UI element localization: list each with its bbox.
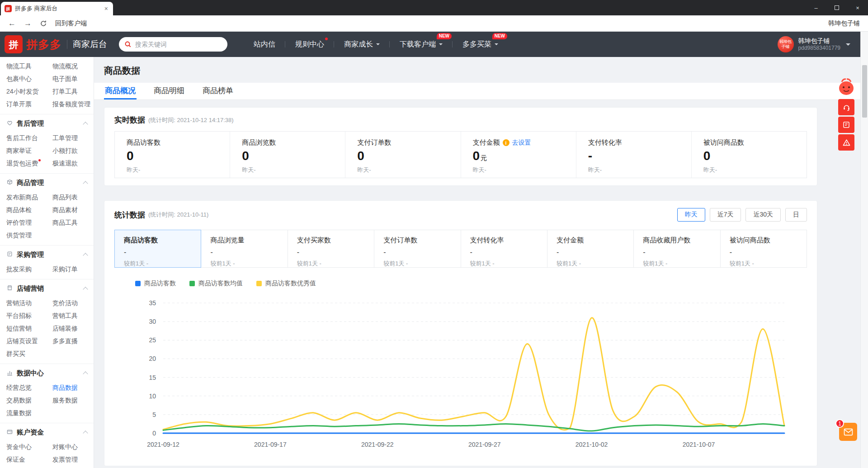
stat-cell[interactable]: 支付买家数-较前1天 - — [288, 230, 374, 268]
refresh-icon[interactable] — [40, 20, 47, 27]
sidebar-item[interactable]: 平台招标 — [6, 309, 52, 322]
sidebar-group-header[interactable]: 售后管理 — [0, 115, 94, 132]
legend-label: 商品访客数均值 — [198, 279, 243, 288]
sidebar-item[interactable]: 工单管理 — [52, 132, 94, 144]
sidebar-group-header[interactable]: 账户资金 — [0, 424, 94, 440]
sidebar-item[interactable]: 供货管理 — [6, 229, 52, 241]
sidebar-item[interactable]: 商家举证 — [6, 144, 52, 157]
sidebar-item[interactable]: 电子面单 — [52, 72, 94, 85]
period-button[interactable]: 近30天 — [745, 208, 781, 222]
sidebar-item[interactable]: 批发采购 — [6, 263, 52, 275]
legend-item[interactable]: 商品访客数 — [135, 279, 176, 288]
sidebar-item[interactable]: 店铺装修 — [52, 322, 94, 335]
navbar-menu-label: 下载客户端 — [400, 40, 436, 49]
search-input[interactable] — [135, 41, 222, 48]
info-icon[interactable]: i — [503, 139, 509, 146]
sidebar-item[interactable]: 发票管理 — [52, 453, 94, 466]
scrollbar-thumb[interactable] — [862, 65, 867, 118]
close-button[interactable]: × — [847, 0, 868, 15]
search-box[interactable] — [119, 37, 227, 52]
tab-close-icon[interactable]: × — [103, 5, 109, 12]
user-menu[interactable]: 韩坤包子铺 韩坤包子铺 pdd98583401779 — [778, 36, 850, 52]
sidebar-item[interactable]: 流量数据 — [6, 407, 52, 419]
support-button[interactable] — [838, 99, 854, 115]
sidebar-item[interactable]: 报备额度管理 — [52, 98, 94, 110]
stat-cell[interactable]: 商品收藏用户数-较前1天 - — [633, 230, 720, 268]
period-button[interactable]: 近7天 — [710, 208, 741, 222]
period-switcher: 昨天近7天近30天日 — [677, 208, 807, 222]
sidebar-item[interactable]: 短信营销 — [6, 322, 52, 335]
stat-cell[interactable]: 商品访客数-较前1天 - — [114, 230, 201, 268]
stat-cell[interactable]: 商品浏览量-较前1天 - — [201, 230, 288, 268]
sidebar-item[interactable]: 发布新商品 — [6, 191, 52, 203]
vertical-scrollbar[interactable] — [860, 32, 868, 468]
sidebar-item[interactable]: 订单开票 — [6, 98, 52, 110]
navbar-menu-item[interactable]: 多多买菜NEW — [453, 32, 508, 57]
settings-link[interactable]: 去设置 — [512, 139, 531, 147]
sidebar-item[interactable]: 营销活动 — [6, 297, 52, 309]
sidebar-item[interactable]: 商品体检 — [6, 203, 52, 216]
sidebar-group-header[interactable]: 采购管理 — [0, 246, 94, 263]
sidebar-item[interactable]: 物流概况 — [52, 60, 94, 72]
mascot-icon[interactable] — [836, 78, 856, 96]
sidebar-item[interactable]: 打单工具 — [52, 85, 94, 98]
forward-icon[interactable]: → — [24, 19, 32, 27]
sidebar-item[interactable]: 商品数据 — [52, 381, 94, 394]
sidebar-item[interactable]: 包裹中心 — [6, 72, 52, 85]
back-to-client-link[interactable]: 回到客户端 — [55, 19, 87, 28]
user-account-id: pdd98583401779 — [798, 45, 840, 52]
sidebar-item[interactable]: 对账中心 — [52, 440, 94, 453]
period-button[interactable]: 昨天 — [677, 208, 705, 222]
period-button[interactable]: 日 — [785, 208, 807, 222]
sidebar-group-header[interactable]: 商品管理 — [0, 175, 94, 191]
legend-item[interactable]: 商品访客数优秀值 — [256, 279, 316, 288]
sidebar-item[interactable]: 评价管理 — [6, 216, 52, 229]
sidebar-item[interactable]: 商品工具 — [52, 216, 94, 229]
stat-cell[interactable]: 支付金额-较前1天 - — [547, 230, 634, 268]
sidebar-item[interactable]: 极速退款 — [52, 157, 94, 170]
sidebar-item[interactable]: 多多直播 — [52, 335, 94, 347]
sidebar-group-header[interactable]: 数据中心 — [0, 365, 94, 381]
stat-cell-compare: 较前1天 - — [297, 260, 374, 268]
browser-tab[interactable]: 拼 拼多多 商家后台 × — [1, 2, 113, 15]
report-button[interactable] — [838, 134, 854, 151]
sidebar-item[interactable]: 服务数据 — [52, 394, 94, 407]
sidebar-item[interactable]: 售后工作台 — [6, 132, 52, 144]
sidebar-item[interactable]: 竞价活动 — [52, 297, 94, 309]
svg-text:20: 20 — [149, 355, 156, 362]
sidebar-item[interactable]: 小额打款 — [52, 144, 94, 157]
back-icon[interactable]: ← — [8, 19, 16, 27]
sidebar-item[interactable]: 商品素材 — [52, 203, 94, 216]
page-tab[interactable]: 商品明细 — [153, 83, 185, 99]
stat-cell[interactable]: 支付转化率-较前1天 - — [461, 230, 547, 268]
sidebar-item[interactable]: 经营总览 — [6, 381, 52, 394]
sidebar-item[interactable]: 采购订单 — [52, 263, 94, 275]
goods-icon — [6, 179, 13, 187]
minimize-button[interactable]: – — [806, 0, 826, 15]
navbar-menu-item[interactable]: 站内信 — [244, 32, 285, 57]
sidebar-item[interactable]: 店铺页设置 — [6, 335, 52, 347]
navbar-menu-item[interactable]: 下载客户端NEW — [390, 32, 453, 57]
avatar: 韩坤包子铺 — [778, 36, 794, 52]
maximize-button[interactable] — [826, 0, 847, 15]
sidebar-item[interactable]: 群买买 — [6, 347, 52, 360]
stat-cell[interactable]: 被访问商品数-较前1天 - — [720, 230, 807, 268]
navbar-menu-item[interactable]: 商家成长 — [334, 32, 390, 57]
legend-item[interactable]: 商品访客数均值 — [189, 279, 243, 288]
sidebar-item[interactable]: 商品列表 — [52, 191, 94, 203]
sidebar-group-header[interactable]: 店铺营销 — [0, 280, 94, 297]
page-tab[interactable]: 商品榜单 — [202, 83, 234, 99]
sidebar-item[interactable]: 交易数据 — [6, 394, 52, 407]
navbar-menu-label: 规则中心 — [295, 40, 324, 49]
sidebar-item[interactable]: 保证金 — [6, 453, 52, 466]
sidebar-item[interactable]: 资金中心 — [6, 440, 52, 453]
feedback-button[interactable] — [838, 117, 854, 133]
sidebar-item[interactable]: 物流工具 — [6, 60, 52, 72]
sidebar-item[interactable]: 营销工具 — [52, 309, 94, 322]
stat-cell[interactable]: 支付订单数-较前1天 - — [374, 230, 461, 268]
navbar-menu-item[interactable]: 规则中心 — [285, 32, 334, 57]
sidebar-item[interactable]: 24小时发货 — [6, 85, 52, 98]
page-tab[interactable]: 商品概况 — [104, 83, 137, 99]
sidebar-item[interactable]: 退货包运费 — [6, 157, 52, 170]
messages-button[interactable]: 1 — [839, 423, 857, 441]
